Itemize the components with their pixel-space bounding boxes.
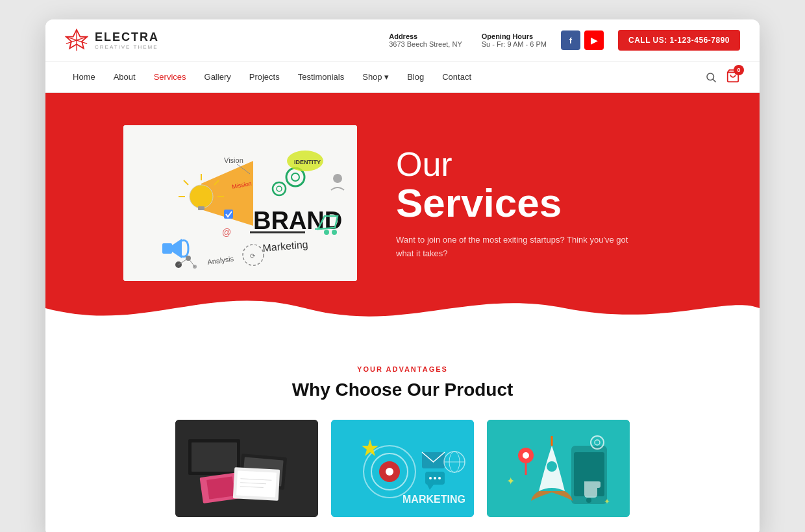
- svg-point-29: [324, 230, 329, 235]
- svg-text:BRAND: BRAND: [253, 207, 342, 234]
- nav-item-contact[interactable]: Contact: [434, 62, 479, 93]
- svg-point-60: [386, 468, 393, 476]
- hero-description: Want to join one of the most exiting sta…: [396, 234, 643, 261]
- svg-rect-28: [162, 243, 172, 254]
- social-icons: f ▶: [561, 30, 604, 50]
- svg-text:MARKETING: MARKETING: [402, 494, 465, 505]
- svg-point-4: [707, 73, 714, 80]
- address-label: Address: [389, 32, 462, 40]
- svg-text:✦: ✦: [506, 476, 515, 487]
- hours-block: Opening Hours Su - Fr: 9 AM - 6 PM: [482, 32, 547, 48]
- card-branding[interactable]: [175, 420, 318, 517]
- nav-icons: 0: [705, 69, 740, 86]
- svg-rect-42: [224, 210, 233, 219]
- advantages-label: YOUR ADVANTAGES: [65, 365, 740, 373]
- svg-rect-52: [236, 470, 277, 497]
- svg-text:Vision: Vision: [224, 156, 243, 164]
- svg-point-67: [438, 477, 441, 479]
- svg-point-65: [429, 477, 432, 479]
- svg-rect-50: [206, 476, 235, 499]
- svg-rect-46: [192, 442, 237, 472]
- svg-text:@: @: [222, 227, 231, 237]
- logo-area[interactable]: ELECTRA CREATIVE THEME: [65, 29, 159, 52]
- advantages-section: YOUR ADVANTAGES Why Choose Our Product: [45, 333, 760, 532]
- address-value: 3673 Beech Street, NY: [389, 40, 462, 48]
- search-icon: [705, 71, 717, 83]
- svg-text:⟳: ⟳: [250, 252, 256, 260]
- logo-icon: [65, 29, 88, 52]
- nav-item-gallery[interactable]: Gallery: [197, 62, 239, 93]
- cards-row: MARKETING: [65, 420, 740, 517]
- top-bar: ELECTRA CREATIVE THEME Address 3673 Beec…: [45, 19, 760, 62]
- nav-item-projects[interactable]: Projects: [242, 62, 288, 93]
- nav-item-testimonials[interactable]: Testimonials: [290, 62, 353, 93]
- svg-point-78: [523, 452, 529, 459]
- nav-item-about[interactable]: About: [106, 62, 143, 93]
- logo-name: ELECTRA: [95, 30, 159, 44]
- cart-button[interactable]: 0: [726, 69, 740, 86]
- svg-point-75: [586, 498, 591, 503]
- search-button[interactable]: [705, 71, 717, 83]
- hero-section: BRAND Marketing: [45, 93, 760, 333]
- nav-item-services[interactable]: Services: [146, 62, 194, 93]
- nav-item-blog[interactable]: Blog: [399, 62, 432, 93]
- contact-info: Address 3673 Beech Street, NY Opening Ho…: [389, 32, 547, 48]
- hero-title-line2: Services: [396, 183, 643, 223]
- nav-links: Home About Services Gallery Projects Tes…: [65, 62, 479, 93]
- nav-item-shop[interactable]: Shop ▾: [354, 62, 397, 93]
- svg-point-66: [434, 477, 436, 479]
- facebook-button[interactable]: f: [561, 30, 580, 50]
- hero-title-line1: Our: [396, 146, 643, 183]
- nav-item-home[interactable]: Home: [65, 62, 103, 93]
- card-digital[interactable]: ✦ ✦: [487, 420, 630, 517]
- call-button[interactable]: CALL US: 1-123-456-7890: [618, 30, 740, 51]
- svg-point-41: [333, 174, 342, 183]
- browser-window: ELECTRA CREATIVE THEME Address 3673 Beec…: [45, 19, 760, 532]
- hours-label: Opening Hours: [482, 32, 547, 40]
- youtube-button[interactable]: ▶: [584, 30, 604, 50]
- card-marketing[interactable]: MARKETING: [331, 420, 474, 517]
- address-block: Address 3673 Beech Street, NY: [389, 32, 462, 48]
- svg-rect-13: [198, 206, 204, 210]
- svg-point-12: [190, 185, 213, 208]
- nav-bar: Home About Services Gallery Projects Tes…: [45, 62, 760, 93]
- hero-content: BRAND Marketing: [45, 93, 760, 333]
- logo-sub: CREATIVE THEME: [95, 44, 159, 50]
- svg-text:✦: ✦: [604, 497, 610, 506]
- svg-text:IDENTITY: IDENTITY: [294, 159, 321, 165]
- logo-text: ELECTRA CREATIVE THEME: [95, 30, 159, 50]
- hero-text: Our Services Want to join one of the mos…: [396, 146, 643, 261]
- hours-value: Su - Fr: 9 AM - 6 PM: [482, 40, 547, 48]
- svg-point-76: [547, 461, 557, 472]
- top-right: Address 3673 Beech Street, NY Opening Ho…: [389, 30, 740, 51]
- cart-badge: 0: [734, 65, 744, 75]
- advantages-title: Why Choose Our Product: [65, 380, 740, 400]
- svg-point-30: [332, 230, 337, 235]
- hero-image: BRAND Marketing: [123, 125, 357, 281]
- svg-line-5: [713, 79, 715, 82]
